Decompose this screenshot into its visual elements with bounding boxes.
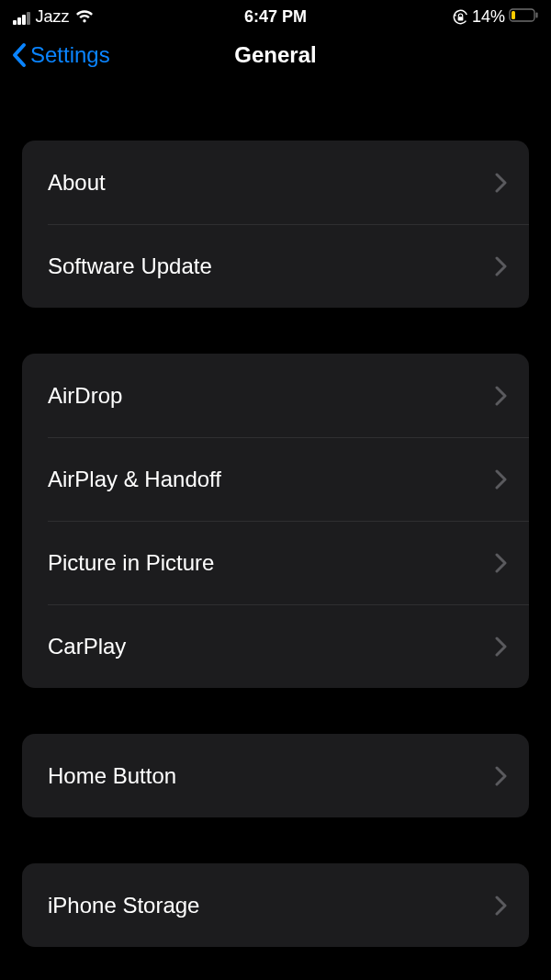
row-label: CarPlay [48,634,126,659]
chevron-right-icon [495,896,507,916]
page-title: General [234,42,316,68]
chevron-right-icon [495,386,507,406]
settings-group: Home Button [22,734,529,817]
status-right: 14% [453,7,538,27]
row-label: Software Update [48,253,212,279]
chevron-right-icon [495,173,507,193]
wifi-icon [75,10,94,24]
settings-content: About Software Update AirDrop AirPlay & … [0,141,551,947]
chevron-right-icon [495,766,507,786]
row-software-update[interactable]: Software Update [22,224,529,308]
battery-percentage: 14% [472,7,505,27]
chevron-right-icon [495,256,507,276]
orientation-lock-icon [453,9,468,25]
back-label: Settings [30,42,110,68]
row-label: AirPlay & Handoff [48,467,221,492]
row-picture-in-picture[interactable]: Picture in Picture [22,521,529,604]
row-iphone-storage[interactable]: iPhone Storage [22,863,529,947]
svg-rect-1 [458,17,464,20]
status-bar: Jazz 6:47 PM 14% [0,0,551,32]
cellular-signal-icon [13,10,30,25]
nav-bar: Settings General [0,32,551,84]
row-label: About [48,170,106,196]
battery-icon [509,7,538,27]
row-label: iPhone Storage [48,893,199,918]
settings-group: iPhone Storage [22,863,529,947]
row-airdrop[interactable]: AirDrop [22,354,529,437]
status-time: 6:47 PM [244,7,307,27]
chevron-right-icon [495,469,507,490]
row-label: AirDrop [48,383,122,409]
row-carplay[interactable]: CarPlay [22,604,529,688]
carrier-label: Jazz [36,7,70,27]
chevron-right-icon [495,636,507,657]
svg-rect-3 [536,13,538,18]
back-button[interactable]: Settings [11,42,110,68]
row-about[interactable]: About [22,141,529,224]
status-left: Jazz [13,7,94,27]
svg-rect-4 [512,11,515,19]
row-label: Home Button [48,763,176,789]
chevron-left-icon [11,42,28,68]
settings-group: About Software Update [22,141,529,308]
settings-group: AirDrop AirPlay & Handoff Picture in Pic… [22,354,529,688]
row-airplay-handoff[interactable]: AirPlay & Handoff [22,437,529,521]
chevron-right-icon [495,553,507,573]
row-home-button[interactable]: Home Button [22,734,529,817]
row-label: Picture in Picture [48,550,214,576]
